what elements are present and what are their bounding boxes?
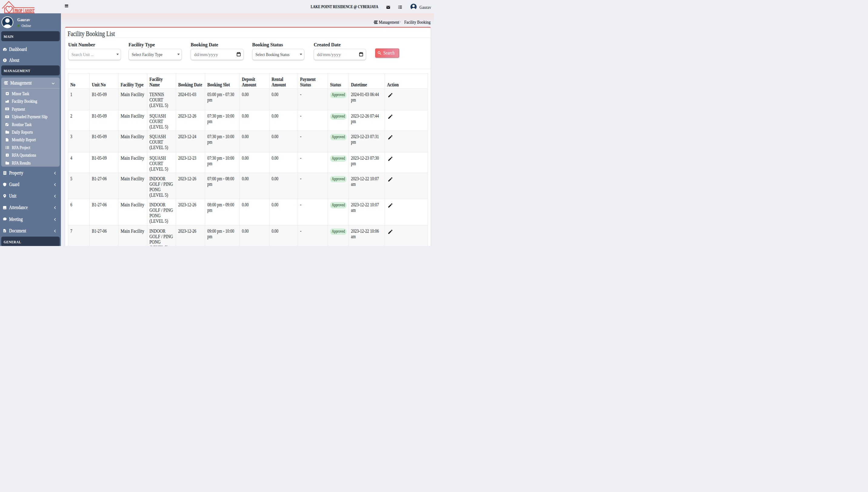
svg-text:PROP: PROP bbox=[15, 7, 22, 13]
svg-text:ASSIST: ASSIST bbox=[25, 7, 35, 13]
